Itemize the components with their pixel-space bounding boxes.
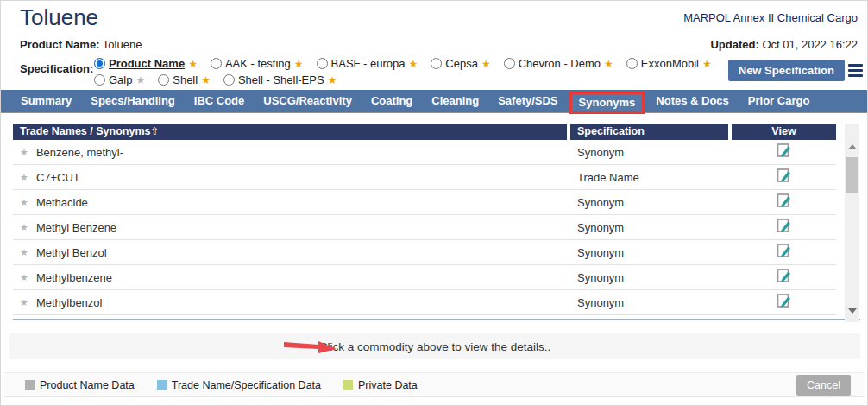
legend-product-name-data: Product Name Data xyxy=(25,379,135,391)
product-name-line: Product Name: Toluene xyxy=(20,38,142,51)
spec-option-product-name[interactable]: Product Name ★ xyxy=(94,57,198,70)
legend-band: Product Name Data Trade Name/Specificati… xyxy=(4,372,865,397)
tab-coating[interactable]: Coating xyxy=(362,90,422,112)
column-header-view[interactable]: View xyxy=(732,124,836,140)
tab-prior-cargo[interactable]: Prior Cargo xyxy=(739,90,820,112)
red-annotation-arrow-icon xyxy=(284,339,337,358)
product-name-label: Product Name: xyxy=(20,38,99,51)
tab-uscg-reactivity[interactable]: USCG/Reactivity xyxy=(254,90,362,112)
spec-option-shell[interactable]: Shell ★ xyxy=(158,73,211,86)
menu-icon[interactable] xyxy=(848,64,863,77)
menu-bar xyxy=(848,74,863,77)
scrollbar-thumb[interactable] xyxy=(846,157,858,193)
table-row[interactable]: ★Methyl Benzol Synonym xyxy=(13,240,836,265)
favorite-star-icon[interactable]: ★ xyxy=(481,59,491,69)
view-edit-icon[interactable] xyxy=(777,143,791,162)
radio-icon[interactable] xyxy=(317,58,328,69)
view-edit-icon[interactable] xyxy=(777,268,791,287)
radio-icon[interactable] xyxy=(626,58,638,69)
radio-icon[interactable] xyxy=(158,74,169,86)
hint-band: Click a commodity above to view the deta… xyxy=(9,333,860,359)
menu-bar xyxy=(848,64,863,67)
tab-specs-handling[interactable]: Specs/Handling xyxy=(81,90,185,112)
favorite-star-icon[interactable]: ★ xyxy=(135,75,145,86)
table-row[interactable]: ★Methacide Synonym xyxy=(13,190,836,215)
favorite-star-icon[interactable]: ★ xyxy=(20,148,28,157)
updated-line: Updated: Oct 01, 2022 16:22 xyxy=(710,38,858,51)
column-header-trade-names[interactable]: Trade Names / Synonyms⇧ xyxy=(13,124,567,140)
favorite-star-icon[interactable]: ★ xyxy=(702,59,712,69)
tab-summary[interactable]: Summary xyxy=(11,90,81,112)
legend-blue-swatch xyxy=(157,380,167,390)
tab-notes-docs[interactable]: Notes & Docs xyxy=(646,90,739,112)
view-edit-icon[interactable] xyxy=(777,218,791,237)
spec-option-shell-eps[interactable]: Shell - Shell-EPS ★ xyxy=(223,73,337,86)
radio-icon[interactable] xyxy=(211,58,222,69)
favorite-star-icon[interactable]: ★ xyxy=(20,223,28,232)
radio-icon[interactable] xyxy=(504,58,515,69)
menu-bar xyxy=(848,69,863,72)
spec-option-exxonmobil[interactable]: ExxonMobil ★ xyxy=(626,57,712,70)
spec-option-galp[interactable]: Galp ★ xyxy=(94,73,145,86)
tab-cleaning[interactable]: Cleaning xyxy=(422,90,488,112)
page-title: Toluene xyxy=(20,4,98,31)
cancel-button[interactable]: Cancel xyxy=(796,375,851,396)
spec-option-chevron-demo[interactable]: Chevron - Demo ★ xyxy=(504,57,613,70)
table-row[interactable]: ★Methyl Benzene Synonym xyxy=(13,215,836,240)
view-edit-icon[interactable] xyxy=(777,168,791,187)
legend-gray-swatch xyxy=(25,380,35,390)
column-header-specification[interactable]: Specification xyxy=(570,124,728,140)
cargo-category-label: MARPOL Annex II Chemical Cargo xyxy=(683,11,858,24)
updated-label: Updated: xyxy=(710,38,758,51)
table-row[interactable]: ★Benzene, methyl- Synonym xyxy=(13,140,836,165)
tab-synonyms[interactable]: Synonyms xyxy=(569,92,645,114)
product-name-value: Toluene xyxy=(103,38,142,51)
favorite-star-icon[interactable]: ★ xyxy=(294,59,304,69)
legend-green-swatch xyxy=(343,380,353,390)
view-edit-icon[interactable] xyxy=(777,243,791,262)
tab-bar: Summary Specs/Handling IBC Code USCG/Rea… xyxy=(1,90,868,113)
favorite-star-icon[interactable]: ★ xyxy=(20,248,28,257)
radio-icon[interactable] xyxy=(223,74,235,86)
spec-option-aak-testing[interactable]: AAK - testing ★ xyxy=(211,57,304,70)
table-bottom-border xyxy=(13,319,860,320)
favorite-star-icon[interactable]: ★ xyxy=(328,75,337,86)
spec-option-basf-europa[interactable]: BASF - europa ★ xyxy=(317,57,418,70)
favorite-star-icon[interactable]: ★ xyxy=(20,273,28,282)
updated-value: Oct 01, 2022 16:22 xyxy=(762,38,858,51)
specification-row-2: Galp ★ Shell ★ Shell - Shell-EPS ★ xyxy=(94,72,698,88)
vertical-scrollbar[interactable] xyxy=(845,124,859,322)
favorite-star-icon[interactable]: ★ xyxy=(201,75,211,86)
legend-trade-name-data: Trade Name/Specification Data xyxy=(157,379,321,391)
favorite-star-icon[interactable]: ★ xyxy=(20,173,28,182)
specification-row-1: Product Name ★ AAK - testing ★ BASF - eu… xyxy=(94,55,698,72)
chemical-cargo-page: Toluene MARPOL Annex II Chemical Cargo P… xyxy=(0,0,868,406)
tab-ibc-code[interactable]: IBC Code xyxy=(185,90,255,112)
favorite-star-icon[interactable]: ★ xyxy=(20,198,28,207)
scroll-up-arrow-icon[interactable] xyxy=(848,144,857,149)
legend-private-data: Private Data xyxy=(343,379,418,391)
view-edit-icon[interactable] xyxy=(777,293,791,312)
hint-text: Click a commodity above to view the deta… xyxy=(319,340,551,353)
radio-icon[interactable] xyxy=(431,58,442,69)
favorite-star-icon[interactable]: ★ xyxy=(604,59,613,69)
synonyms-table: Trade Names / Synonyms⇧ Specification Vi… xyxy=(13,124,836,315)
table-row[interactable]: ★Methylbenzene Synonym xyxy=(13,265,836,290)
table-row[interactable]: ★C7+CUT Trade Name xyxy=(13,165,836,190)
specification-label: Specification: xyxy=(20,62,93,75)
view-edit-icon[interactable] xyxy=(777,193,791,212)
specification-options: Product Name ★ AAK - testing ★ BASF - eu… xyxy=(94,55,698,88)
radio-icon[interactable] xyxy=(94,74,105,86)
table-row[interactable]: ★Methylbenzol Synonym xyxy=(13,290,836,315)
scroll-down-arrow-icon[interactable] xyxy=(848,308,857,314)
sort-ascending-icon: ⇧ xyxy=(150,125,159,137)
new-specification-button[interactable]: New Specification xyxy=(728,60,845,81)
favorite-star-icon[interactable]: ★ xyxy=(20,298,28,308)
table-header-row: Trade Names / Synonyms⇧ Specification Vi… xyxy=(13,124,836,140)
tab-safety-sds[interactable]: Safety/SDS xyxy=(488,90,567,112)
favorite-star-icon[interactable]: ★ xyxy=(188,59,198,69)
favorite-star-icon[interactable]: ★ xyxy=(409,59,418,69)
spec-option-cepsa[interactable]: Cepsa ★ xyxy=(431,57,490,70)
radio-selected-icon[interactable] xyxy=(94,58,105,69)
